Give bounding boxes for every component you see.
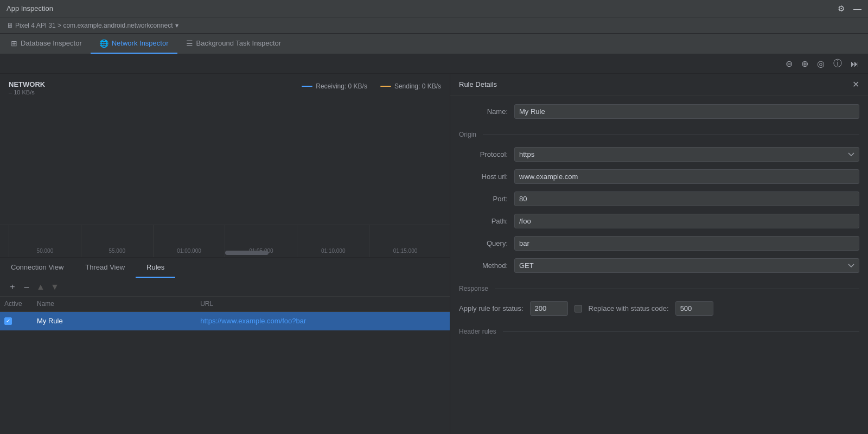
background-icon: ☰ (186, 39, 193, 48)
receiving-legend: Receiving: 0 KB/s (302, 82, 367, 90)
panel-header: Rule Details ✕ (450, 74, 868, 95)
table-header: Active Name URL (0, 297, 450, 312)
replace-input[interactable] (675, 301, 713, 316)
scroll-thumb[interactable] (225, 251, 269, 255)
col-header-active: Active (4, 300, 37, 308)
zoom-in-button[interactable]: ⊕ (799, 58, 810, 70)
tick-4: 01:10.000 (297, 225, 369, 257)
network-rate: – 10 KB/s (9, 89, 45, 95)
apply-rule-label: Apply rule for status: (459, 304, 524, 312)
network-legend: Receiving: 0 KB/s Sending: 0 KB/s (302, 82, 441, 90)
tab-network-label: Network Inspector (112, 39, 169, 47)
port-row: Port: (459, 192, 859, 206)
left-panel: NETWORK – 10 KB/s Receiving: 0 KB/s Send… (0, 74, 450, 434)
protocol-label: Protocol: (459, 150, 508, 158)
main-container: NETWORK – 10 KB/s Receiving: 0 KB/s Send… (0, 74, 868, 434)
origin-divider (483, 135, 859, 135)
device-icon: 🖥 (7, 22, 13, 29)
receiving-label: Receiving: 0 KB/s (316, 82, 367, 90)
path-row: Path: (459, 214, 859, 228)
chart-area: NETWORK – 10 KB/s Receiving: 0 KB/s Send… (0, 74, 450, 225)
main-toolbar: ⊖ ⊕ ◎ ⓘ ⏭ (0, 54, 868, 74)
remove-rule-button[interactable]: – (21, 281, 33, 293)
response-row: Apply rule for status: Replace with stat… (459, 301, 859, 316)
rule-active-checkbox[interactable] (4, 317, 12, 325)
sub-tab-bar: Connection View Thread View Rules (0, 257, 450, 278)
port-input[interactable] (514, 192, 859, 206)
tab-network-inspector[interactable]: 🌐 Network Inspector (91, 34, 177, 54)
zoom-out-button[interactable]: ⊖ (783, 58, 795, 70)
network-icon: 🌐 (99, 39, 108, 48)
origin-label: Origin (459, 131, 476, 138)
replace-checkbox[interactable] (575, 305, 582, 312)
response-label: Response (459, 285, 488, 292)
host-url-row: Host url: (459, 169, 859, 184)
method-row: Method: GET POST PUT DELETE PATCH (459, 258, 859, 273)
sending-label: Sending: 0 KB/s (394, 82, 441, 90)
app-title: App Inspection (7, 4, 53, 12)
connection-view-label: Connection View (11, 263, 63, 271)
database-icon: ⊞ (11, 39, 17, 48)
sub-tab-connection[interactable]: Connection View (0, 258, 74, 278)
host-url-label: Host url: (459, 173, 508, 181)
header-rules-label: Header rules (459, 328, 496, 335)
title-bar: App Inspection ⚙ — (0, 0, 868, 17)
tick-0: 50.000 (9, 225, 81, 257)
name-input[interactable] (514, 104, 859, 119)
tab-database-inspector[interactable]: ⊞ Database Inspector (2, 34, 91, 54)
header-rules-section: Header rules (459, 328, 859, 335)
tab-database-label: Database Inspector (21, 39, 82, 47)
tab-bar: ⊞ Database Inspector 🌐 Network Inspector… (0, 34, 868, 54)
host-url-input[interactable] (514, 169, 859, 184)
title-bar-right: ⚙ — (838, 4, 861, 14)
title-bar-left: App Inspection (7, 4, 53, 12)
method-select[interactable]: GET POST PUT DELETE PATCH (514, 258, 859, 273)
table-row[interactable]: My Rule https://www.example.com/foo?bar (0, 312, 450, 330)
query-label: Query: (459, 239, 508, 247)
info-button[interactable]: ⓘ (831, 57, 844, 71)
move-down-button[interactable]: ▼ (49, 281, 61, 293)
cell-active (4, 317, 37, 325)
add-rule-button[interactable]: + (7, 281, 18, 293)
tab-background-label: Background Task Inspector (196, 39, 282, 47)
network-info: NETWORK – 10 KB/s (9, 80, 45, 95)
sending-legend: Sending: 0 KB/s (380, 82, 441, 90)
tab-background-inspector[interactable]: ☰ Background Task Inspector (177, 34, 290, 54)
port-label: Port: (459, 195, 508, 203)
move-up-button[interactable]: ▲ (35, 281, 47, 293)
network-header: NETWORK – 10 KB/s Receiving: 0 KB/s Send… (9, 80, 441, 95)
query-input[interactable] (514, 236, 859, 251)
protocol-row: Protocol: https http (459, 147, 859, 162)
network-title: NETWORK (9, 80, 45, 89)
receiving-line (302, 86, 312, 87)
query-row: Query: (459, 236, 859, 251)
col-header-name: Name (37, 300, 200, 308)
right-panel: Rule Details ✕ Name: Origin Protocol: ht… (450, 74, 868, 434)
path-input[interactable] (514, 214, 859, 228)
thread-view-label: Thread View (85, 263, 125, 271)
panel-title: Rule Details (459, 80, 497, 88)
device-text: Pixel 4 API 31 > com.example.android.net… (15, 22, 173, 29)
device-dropdown-icon[interactable]: ▾ (175, 22, 178, 29)
sending-line (380, 86, 391, 87)
cell-name: My Rule (37, 317, 200, 325)
skip-button[interactable]: ⏭ (848, 58, 861, 70)
path-label: Path: (459, 217, 508, 225)
close-button[interactable]: ✕ (852, 79, 859, 90)
col-header-url: URL (200, 300, 445, 308)
protocol-select[interactable]: https http (514, 147, 859, 162)
device-bar: 🖥 Pixel 4 API 31 > com.example.android.n… (0, 17, 868, 34)
reset-button[interactable]: ◎ (815, 58, 827, 70)
settings-icon[interactable]: ⚙ (838, 4, 845, 14)
sub-tab-rules[interactable]: Rules (136, 258, 175, 278)
tick-2: 01:00.000 (153, 225, 225, 257)
timeline-area[interactable]: 50.000 55.000 01:00.000 01:05.000 01:10.… (0, 225, 450, 257)
tick-1: 55.000 (81, 225, 153, 257)
response-section: Response (459, 285, 859, 292)
name-row: Name: (459, 104, 859, 119)
apply-rule-input[interactable] (530, 301, 568, 316)
sub-tab-thread[interactable]: Thread View (74, 258, 136, 278)
cell-url: https://www.example.com/foo?bar (200, 317, 445, 325)
minimize-icon[interactable]: — (853, 4, 861, 13)
replace-label: Replace with status code: (589, 304, 669, 312)
